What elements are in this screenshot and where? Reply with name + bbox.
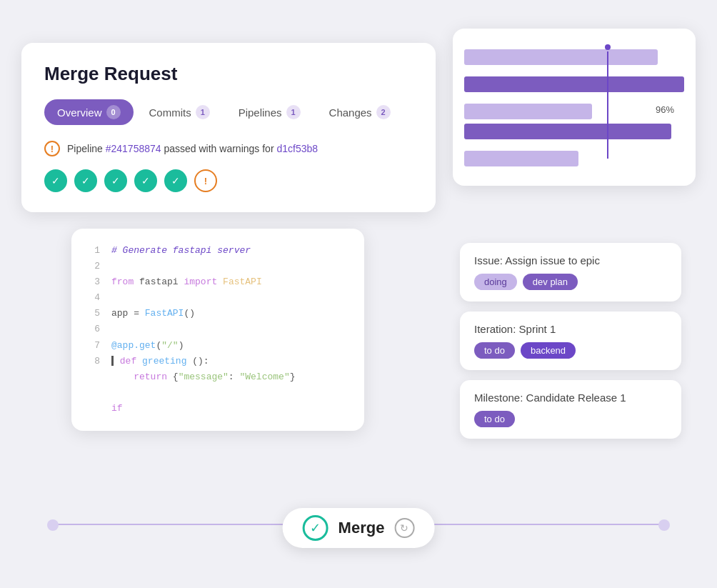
- code-line-3: 3 from fastapi import FastAPI: [89, 274, 347, 290]
- side-cards: Issue: Assign issue to epic doing dev pl…: [460, 243, 681, 439]
- chart-bar-4: [464, 124, 671, 139]
- line-content-empty: [111, 385, 117, 401]
- tag-devplan: dev plan: [523, 274, 578, 290]
- merge-request-card: Merge Request Overview 0 Commits 1 Pipel…: [21, 43, 436, 212]
- milestone-label: Milestone:: [474, 392, 526, 404]
- step-2-check: ✓: [74, 169, 97, 192]
- line-num-1: 1: [89, 243, 100, 259]
- step-6-warning: !: [194, 169, 217, 192]
- code-line-if: if: [89, 401, 347, 417]
- tab-changes[interactable]: Changes 2: [316, 99, 403, 125]
- pipeline-info: ! Pipeline #241758874 passed with warnin…: [44, 141, 413, 156]
- chart-area: 96%: [464, 40, 684, 174]
- issue-value: Assign issue to epic: [505, 254, 600, 266]
- step-5-check: ✓: [164, 169, 187, 192]
- chart-dot: [605, 44, 611, 50]
- chart-bar-5: [464, 151, 578, 166]
- merge-button-container: ✓ Merge ↻: [283, 508, 435, 548]
- code-block: 1 # Generate fastapi server 2 3 from fas…: [89, 243, 347, 417]
- step-1-check: ✓: [44, 169, 67, 192]
- line-num-8: 8: [89, 354, 100, 369]
- line-content-4: [111, 290, 117, 306]
- line-num-6: 6: [89, 322, 100, 337]
- iteration-value: Sprint 1: [519, 323, 556, 335]
- pipeline-link[interactable]: #241758874: [106, 143, 161, 154]
- tab-overview-label: Overview: [57, 106, 102, 119]
- tag-backend: backend: [521, 342, 576, 359]
- line-num-return: [89, 369, 100, 385]
- connector-right-dot: [658, 519, 670, 531]
- refresh-icon[interactable]: ↻: [394, 518, 414, 538]
- merge-check-icon: ✓: [303, 515, 329, 541]
- line-num-if: [89, 401, 100, 417]
- page-title: Merge Request: [44, 63, 413, 85]
- chart-bar-2: [464, 76, 684, 92]
- line-content-2: [111, 259, 117, 274]
- tab-commits-label: Commits: [149, 106, 191, 119]
- merge-button-label[interactable]: Merge: [339, 519, 385, 537]
- code-line-2: 2: [89, 259, 347, 274]
- line-num-7: 7: [89, 338, 100, 354]
- pipeline-text: Pipeline #241758874 passed with warnings…: [67, 143, 318, 154]
- issue-card: Issue: Assign issue to epic doing dev pl…: [460, 243, 681, 302]
- milestone-card: Milestone: Candidate Release 1 to do: [460, 380, 681, 439]
- chart-card: 96%: [453, 29, 696, 186]
- line-content-return: return {"message": "Welcome"}: [111, 369, 296, 385]
- iteration-card: Iteration: Sprint 1 to do backend: [460, 312, 681, 370]
- code-line-8: 8 def greeting ():: [89, 354, 347, 369]
- code-line-6: 6: [89, 322, 347, 337]
- line-num-5: 5: [89, 306, 100, 322]
- code-line-5: 5 app = FastAPI(): [89, 306, 347, 322]
- issue-card-title: Issue: Assign issue to epic: [474, 254, 667, 266]
- chart-bar-1: [464, 49, 658, 65]
- warning-icon: !: [44, 141, 60, 156]
- step-4-check: ✓: [134, 169, 157, 192]
- line-content-8: def greeting ():: [111, 354, 209, 369]
- milestone-card-title: Milestone: Candidate Release 1: [474, 392, 667, 404]
- step-3-check: ✓: [104, 169, 127, 192]
- tab-overview[interactable]: Overview 0: [44, 99, 134, 125]
- tab-pipelines[interactable]: Pipelines 1: [226, 99, 314, 125]
- milestone-tags: to do: [474, 411, 667, 427]
- code-line-empty: [89, 385, 347, 401]
- tab-commits-badge: 1: [196, 105, 210, 119]
- tab-pipelines-label: Pipelines: [239, 106, 282, 119]
- line-content-1: # Generate fastapi server: [111, 243, 251, 259]
- iteration-label: Iteration:: [474, 323, 519, 335]
- code-line-7: 7 @app.get("/"): [89, 338, 347, 354]
- line-num-3: 3: [89, 274, 100, 290]
- code-line-return: return {"message": "Welcome"}: [89, 369, 347, 385]
- tab-overview-badge: 0: [106, 105, 121, 119]
- line-content-3: from fastapi import FastAPI: [111, 274, 262, 290]
- line-content-7: @app.get("/"): [111, 338, 184, 354]
- tag-todo-iteration: to do: [474, 342, 515, 359]
- tab-pipelines-badge: 1: [286, 105, 301, 119]
- line-content-6: [111, 322, 117, 337]
- code-card: 1 # Generate fastapi server 2 3 from fas…: [71, 229, 364, 431]
- tag-doing: doing: [474, 274, 517, 290]
- milestone-value: Candidate Release 1: [526, 392, 626, 404]
- tag-todo-milestone: to do: [474, 411, 515, 427]
- tab-bar: Overview 0 Commits 1 Pipelines 1 Changes…: [44, 99, 413, 125]
- line-content-if: if: [111, 401, 123, 417]
- iteration-card-title: Iteration: Sprint 1: [474, 323, 667, 335]
- connector-left-dot: [47, 519, 59, 531]
- code-line-4: 4: [89, 290, 347, 306]
- chart-percent-label: 96%: [656, 104, 674, 115]
- tab-commits[interactable]: Commits 1: [136, 99, 223, 125]
- pipeline-steps: ✓ ✓ ✓ ✓ ✓ !: [44, 169, 413, 192]
- code-line-1: 1 # Generate fastapi server: [89, 243, 347, 259]
- tab-changes-label: Changes: [329, 106, 372, 119]
- line-content-5: app = FastAPI(): [111, 306, 195, 322]
- issue-label: Issue:: [474, 254, 505, 266]
- commit-link[interactable]: d1cf53b8: [276, 143, 318, 154]
- chart-bar-3: [464, 104, 592, 119]
- issue-tags: doing dev plan: [474, 274, 667, 290]
- tab-changes-badge: 2: [376, 105, 391, 119]
- chart-vertical-line: [607, 51, 608, 159]
- line-num-4: 4: [89, 290, 100, 306]
- line-num-2: 2: [89, 259, 100, 274]
- line-num-empty: [89, 385, 100, 401]
- iteration-tags: to do backend: [474, 342, 667, 359]
